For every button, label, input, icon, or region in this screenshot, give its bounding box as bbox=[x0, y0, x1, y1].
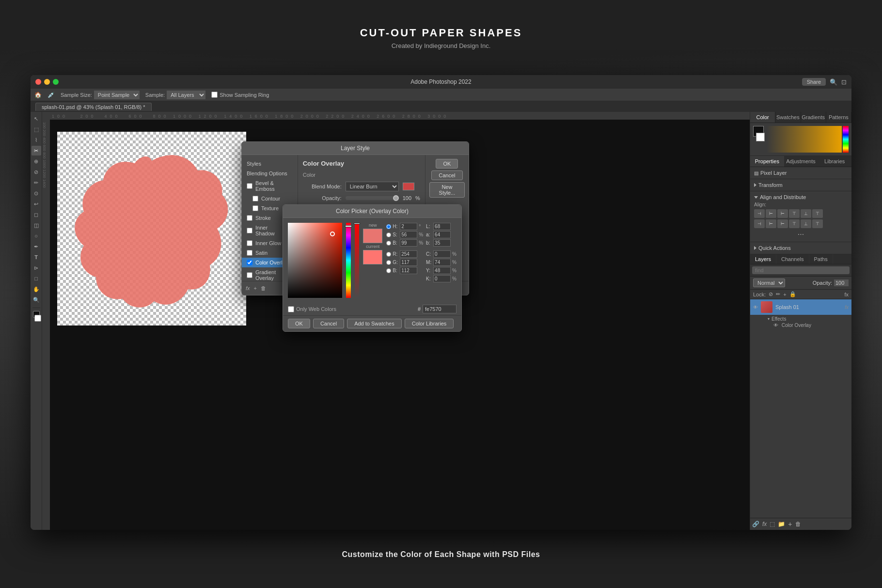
document-tab[interactable]: splash-01.psd @ 43% (Splash 01, RGB/8) * bbox=[35, 103, 152, 111]
path-select-tool[interactable]: ⊳ bbox=[32, 263, 41, 273]
y-input[interactable] bbox=[433, 267, 451, 274]
fx-button[interactable]: fx bbox=[844, 292, 849, 297]
align-right-edges[interactable]: ⊢ bbox=[777, 209, 788, 218]
move-tool[interactable]: ↖ bbox=[32, 114, 41, 124]
lock-all-icon[interactable]: 🔒 bbox=[789, 291, 796, 297]
lock-image-icon[interactable]: ✏ bbox=[776, 291, 780, 297]
quick-actions-header[interactable]: Quick Actions bbox=[754, 245, 848, 251]
spot-heal-tool[interactable]: ⊘ bbox=[32, 167, 41, 177]
dist-left[interactable]: ⊣ bbox=[754, 219, 765, 228]
search-icon[interactable]: 🔍 bbox=[830, 78, 837, 86]
align-v-centers[interactable]: ⊥ bbox=[801, 209, 811, 218]
new-group-btn[interactable]: 📁 bbox=[778, 521, 785, 527]
layers-tab[interactable]: Layers bbox=[750, 254, 776, 264]
home-icon[interactable]: 🏠 bbox=[34, 92, 42, 98]
b2-input[interactable] bbox=[400, 267, 417, 274]
dodge-tool[interactable]: ○ bbox=[32, 231, 41, 241]
eraser-tool[interactable]: ◻ bbox=[32, 210, 41, 219]
hue-bar[interactable] bbox=[346, 223, 351, 298]
link-layers-btn[interactable]: 🔗 bbox=[752, 521, 759, 527]
hand-tool[interactable]: ✋ bbox=[32, 284, 41, 294]
align-left-edges[interactable]: ⊣ bbox=[754, 209, 765, 218]
sample-select[interactable]: All Layers bbox=[167, 91, 205, 99]
delete-style-icon[interactable]: 🗑 bbox=[261, 285, 266, 291]
hue-strip[interactable] bbox=[843, 126, 849, 153]
zoom-tool[interactable]: 🔍 bbox=[32, 295, 41, 305]
text-tool[interactable]: T bbox=[32, 252, 41, 262]
only-web-colors-checkbox[interactable] bbox=[288, 306, 294, 312]
h-radio[interactable] bbox=[386, 224, 391, 229]
opacity-input[interactable] bbox=[834, 279, 849, 286]
satin-checkbox[interactable] bbox=[247, 250, 252, 256]
hex-input[interactable] bbox=[423, 305, 457, 313]
delete-layer-btn[interactable]: 🗑 bbox=[795, 521, 801, 527]
b-radio[interactable] bbox=[386, 241, 391, 246]
r-radio[interactable] bbox=[386, 252, 391, 257]
align-top-edges[interactable]: ⊤ bbox=[789, 209, 800, 218]
cancel-button[interactable]: Cancel bbox=[431, 170, 462, 180]
color-gradient-box[interactable] bbox=[288, 223, 342, 298]
history-tool[interactable]: ↩ bbox=[32, 199, 41, 209]
h-input[interactable] bbox=[400, 223, 417, 230]
dist-v-center[interactable]: ⊥ bbox=[801, 219, 811, 228]
c-input[interactable] bbox=[433, 250, 451, 258]
libraries-tab[interactable]: Libraries bbox=[818, 156, 851, 167]
background-color[interactable] bbox=[34, 315, 41, 322]
close-button[interactable] bbox=[35, 79, 41, 85]
add-to-swatches-button[interactable]: Add to Swatches bbox=[347, 319, 402, 328]
lock-trans-icon[interactable]: ⊘ bbox=[769, 291, 773, 297]
select-tool[interactable]: ⬚ bbox=[32, 124, 41, 134]
sampling-ring-checkbox[interactable] bbox=[211, 92, 218, 98]
l-input[interactable] bbox=[433, 223, 451, 230]
lock-position-icon[interactable]: + bbox=[783, 292, 786, 297]
layer-row-splash01[interactable]: 👁 Splash 01 fx bbox=[750, 299, 851, 315]
canvas-main[interactable]: Layer Style Styles Blending Options Beve… bbox=[50, 120, 750, 530]
transform-header[interactable]: Transform bbox=[754, 182, 848, 188]
dist-h-center[interactable]: ⊢ bbox=[766, 219, 776, 228]
align-h-centers[interactable]: ⊢ bbox=[766, 209, 776, 218]
add-style-btn[interactable]: fx bbox=[762, 521, 767, 527]
color-overlay-checkbox[interactable] bbox=[247, 260, 252, 265]
color-tab[interactable]: Color bbox=[750, 112, 775, 123]
lasso-tool[interactable]: ⌇ bbox=[32, 135, 41, 145]
contour-checkbox[interactable] bbox=[252, 196, 258, 201]
color-swatch[interactable] bbox=[403, 183, 414, 190]
opacity-slider[interactable] bbox=[346, 196, 399, 200]
sample-size-select[interactable]: Point Sample bbox=[94, 91, 140, 99]
crop-tool[interactable]: ✂ bbox=[32, 146, 41, 155]
cp-cancel-button[interactable]: Cancel bbox=[313, 319, 344, 328]
share-button[interactable]: Share bbox=[802, 78, 826, 86]
gradient-tool[interactable]: ◫ bbox=[32, 220, 41, 230]
s-radio[interactable] bbox=[386, 232, 391, 237]
add-mask-btn[interactable]: ⬚ bbox=[770, 521, 775, 527]
shape-tool[interactable]: □ bbox=[32, 274, 41, 283]
blend-mode-select[interactable]: Linear Burn bbox=[346, 182, 399, 191]
paths-tab[interactable]: Paths bbox=[809, 254, 833, 264]
bevel-emboss-checkbox[interactable] bbox=[247, 183, 252, 189]
properties-tab[interactable]: Properties bbox=[750, 156, 784, 167]
dist-top[interactable]: ⊤ bbox=[789, 219, 800, 228]
opacity-thumb[interactable] bbox=[393, 195, 399, 201]
eye-icon-effect[interactable]: 👁 bbox=[773, 323, 778, 328]
bevel-emboss-item[interactable]: Bevel & Emboss bbox=[242, 178, 298, 194]
gradient-overlay-checkbox[interactable] bbox=[247, 272, 252, 278]
k-input[interactable] bbox=[433, 275, 451, 282]
b-input[interactable] bbox=[400, 239, 417, 247]
new-style-button[interactable]: New Style... bbox=[429, 182, 465, 198]
patterns-tab[interactable]: Patterns bbox=[826, 112, 851, 123]
bg-swatch[interactable] bbox=[756, 133, 765, 141]
a-input[interactable] bbox=[433, 231, 451, 238]
dist-right[interactable]: ⊢ bbox=[777, 219, 788, 228]
align-header[interactable]: Align and Distribute bbox=[754, 194, 848, 200]
color-libraries-button[interactable]: Color Libraries bbox=[405, 319, 454, 328]
gradients-tab[interactable]: Gradients bbox=[801, 112, 826, 123]
b3-input[interactable] bbox=[433, 239, 451, 247]
inner-shadow-checkbox[interactable] bbox=[247, 228, 252, 233]
b2-radio[interactable] bbox=[386, 268, 391, 273]
ok-button[interactable]: OK bbox=[436, 159, 458, 169]
s-input[interactable] bbox=[400, 231, 417, 238]
eyedropper-tool[interactable]: ⊕ bbox=[32, 156, 41, 166]
layer-visibility-eye[interactable]: 👁 bbox=[753, 305, 758, 310]
layout-icon[interactable]: ⊡ bbox=[841, 78, 847, 86]
alpha-bar[interactable] bbox=[355, 223, 360, 298]
